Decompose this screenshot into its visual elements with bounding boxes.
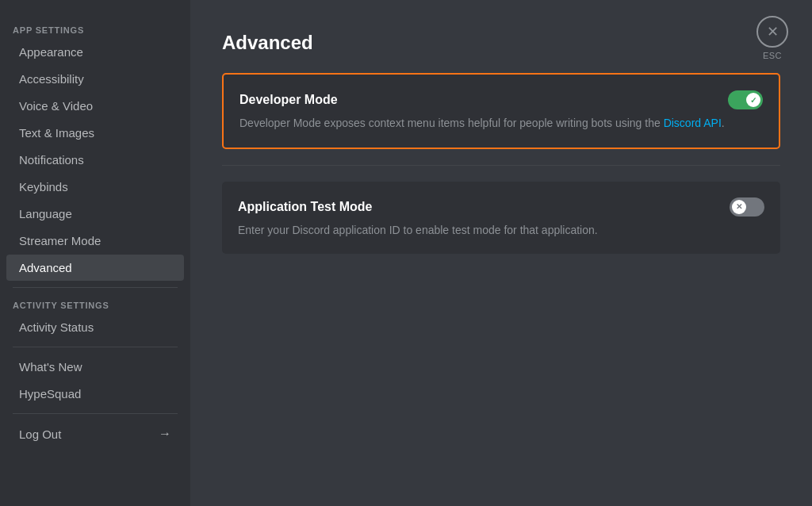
sidebar-item-activity-status[interactable]: Activity Status [6,314,184,340]
sidebar-divider-1 [13,287,178,288]
sidebar-item-label: Voice & Video [19,99,93,113]
developer-mode-description: Developer Mode exposes context menu item… [239,116,763,132]
logout-label: Log Out [19,427,61,441]
check-icon: ✓ [750,96,756,105]
sidebar-item-appearance[interactable]: Appearance [6,39,184,65]
x-icon: ✕ [736,202,742,211]
sidebar-item-label: Text & Images [19,126,94,140]
sidebar: APP SETTINGS Appearance Accessibility Vo… [0,0,190,506]
sidebar-item-advanced[interactable]: Advanced [6,255,184,281]
sidebar-divider-3 [13,413,178,414]
sidebar-item-label: Notifications [19,153,84,167]
sidebar-item-text-images[interactable]: Text & Images [6,120,184,146]
sidebar-item-streamer-mode[interactable]: Streamer Mode [6,228,184,254]
page-title: Advanced [222,32,780,54]
close-icon: ✕ [767,23,779,40]
toggle-knob-off: ✕ [732,200,746,214]
sidebar-item-hypesquad[interactable]: HypeSquad [6,381,184,407]
esc-button[interactable]: ✕ ESC [756,16,788,60]
application-test-mode-name: Application Test Mode [238,200,372,214]
logout-icon: → [159,427,171,441]
sidebar-item-label: HypeSquad [19,387,81,401]
sidebar-item-label: What's New [19,360,82,374]
sidebar-item-logout[interactable]: Log Out → [6,420,184,447]
sidebar-item-label: Accessibility [19,72,84,86]
activity-settings-label: ACTIVITY SETTINGS [0,294,190,313]
sidebar-item-label: Appearance [19,45,83,59]
sidebar-item-accessibility[interactable]: Accessibility [6,66,184,92]
application-test-mode-toggle[interactable]: ✕ [730,197,764,217]
esc-label: ESC [763,51,782,60]
sidebar-item-voice-video[interactable]: Voice & Video [6,93,184,119]
sidebar-item-keybinds[interactable]: Keybinds [6,174,184,200]
application-test-mode-card: Application Test Mode ✕ Enter your Disco… [222,182,780,255]
content-divider [222,165,780,166]
developer-mode-toggle[interactable]: ✓ [728,90,763,109]
application-test-mode-row: Application Test Mode ✕ [238,197,764,217]
developer-mode-name: Developer Mode [239,93,338,107]
sidebar-item-notifications[interactable]: Notifications [6,147,184,173]
sidebar-item-whats-new[interactable]: What's New [6,354,184,380]
sidebar-item-language[interactable]: Language [6,201,184,227]
application-test-mode-description: Enter your Discord application ID to ena… [238,223,764,239]
toggle-knob: ✓ [746,93,760,107]
esc-circle[interactable]: ✕ [756,16,788,48]
sidebar-item-label: Language [19,207,72,220]
app-settings-label: APP SETTINGS [0,19,190,38]
sidebar-item-label: Keybinds [19,180,68,194]
discord-api-link[interactable]: Discord API [664,117,722,129]
developer-mode-row: Developer Mode ✓ [239,90,763,109]
sidebar-item-label: Activity Status [19,320,94,334]
sidebar-divider-2 [13,347,178,347]
sidebar-item-label: Advanced [19,261,72,274]
main-content: ✕ ESC Advanced Developer Mode ✓ Develope… [190,0,812,506]
sidebar-item-label: Streamer Mode [19,234,101,247]
developer-mode-card: Developer Mode ✓ Developer Mode exposes … [222,73,780,149]
